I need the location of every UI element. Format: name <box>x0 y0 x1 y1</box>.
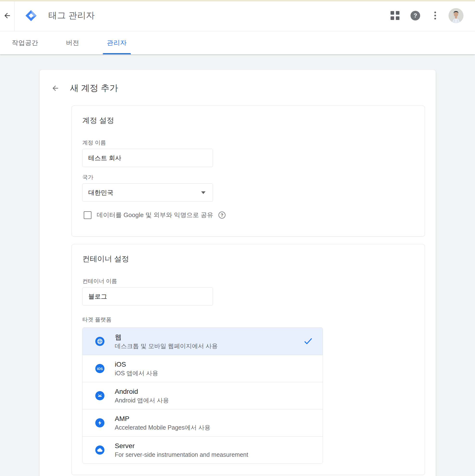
android-icon <box>95 391 104 400</box>
page-content: 새 계정 추가 계정 설정 계정 이름 국가 대한민국 데이터를 Google … <box>0 54 475 476</box>
platform-text: AMP Accelerated Mobile Pages에서 사용 <box>115 415 210 431</box>
add-account-card: 새 계정 추가 계정 설정 계정 이름 국가 대한민국 데이터를 Google … <box>39 70 436 476</box>
target-platform-list: 웹 데스크톱 및 모바일 웹페이지에서 사용 iOS iO <box>82 327 323 464</box>
tab-workspace-label: 작업공간 <box>12 38 38 47</box>
country-select[interactable]: 대한민국 <box>82 184 213 202</box>
share-data-row: 데이터를 Google 및 외부와 익명으로 공유 ? <box>82 211 414 219</box>
platform-text: 웹 데스크톱 및 모바일 웹페이지에서 사용 <box>115 333 218 349</box>
help-icon: ? <box>411 11 420 20</box>
platform-text: iOS iOS 앱에서 사용 <box>115 361 158 376</box>
more-options-button[interactable] <box>430 11 440 20</box>
container-name-label: 컨테이너 이름 <box>82 278 414 284</box>
platform-title: Android <box>115 388 169 395</box>
platform-text: Android Android 앱에서 사용 <box>115 388 169 404</box>
tab-versions-label: 버전 <box>66 38 79 47</box>
platform-title: iOS <box>115 361 158 368</box>
amp-bolt-icon <box>95 418 104 427</box>
tab-admin-label: 관리자 <box>107 38 127 47</box>
help-button[interactable]: ? <box>411 11 420 20</box>
tab-admin[interactable]: 관리자 <box>107 31 127 54</box>
app-title: 태그 관리자 <box>48 10 95 21</box>
header-back-button[interactable] <box>0 0 15 31</box>
platform-row-web[interactable]: 웹 데스크톱 및 모바일 웹페이지에서 사용 <box>83 328 323 355</box>
container-settings-section: 컨테이너 설정 컨테이너 이름 타겟 플랫폼 웹 <box>72 244 425 475</box>
share-data-checkbox[interactable] <box>84 211 91 219</box>
account-name-input[interactable] <box>82 149 213 167</box>
cloud-icon <box>95 445 104 455</box>
share-data-label: 데이터를 Google 및 외부와 익명으로 공유 <box>97 211 213 219</box>
platform-row-ios[interactable]: iOS iOS iOS 앱에서 사용 <box>83 355 323 382</box>
card-back-button[interactable] <box>51 84 59 92</box>
platform-row-android[interactable]: Android Android 앱에서 사용 <box>83 382 323 409</box>
platform-row-server[interactable]: Server For server-side instrumentation a… <box>83 436 323 463</box>
svg-text:iOS: iOS <box>97 367 103 371</box>
platform-text: Server For server-side instrumentation a… <box>115 442 248 458</box>
platform-desc: Accelerated Mobile Pages에서 사용 <box>115 424 210 431</box>
page-title: 새 계정 추가 <box>70 82 118 94</box>
platform-desc: For server-side instrumentation and meas… <box>115 451 248 458</box>
avatar-image <box>449 8 463 23</box>
tab-versions[interactable]: 버전 <box>66 31 79 54</box>
platform-desc: iOS 앱에서 사용 <box>115 370 158 376</box>
active-tab-underline <box>103 53 131 54</box>
top-app-bar: 태그 관리자 ? <box>0 0 475 31</box>
account-settings-section: 계정 설정 계정 이름 국가 대한민국 데이터를 Google 및 외부와 익명… <box>72 105 425 237</box>
container-settings-heading: 컨테이너 설정 <box>82 253 414 264</box>
platform-title: 웹 <box>115 333 218 341</box>
account-name-label: 계정 이름 <box>82 139 414 146</box>
header-actions: ? <box>390 8 463 23</box>
platform-row-amp[interactable]: AMP Accelerated Mobile Pages에서 사용 <box>83 409 323 436</box>
account-settings-heading: 계정 설정 <box>82 115 414 126</box>
platform-title: Server <box>115 442 248 450</box>
platform-desc: 데스크톱 및 모바일 웹페이지에서 사용 <box>115 342 218 349</box>
ios-icon: iOS <box>95 364 104 373</box>
platform-desc: Android 앱에서 사용 <box>115 397 169 404</box>
avatar[interactable] <box>449 8 463 23</box>
tab-workspace[interactable]: 작업공간 <box>12 31 38 54</box>
check-icon <box>303 337 312 346</box>
chevron-down-icon <box>201 191 205 194</box>
card-title-row: 새 계정 추가 <box>51 82 436 94</box>
apps-grid-icon <box>391 11 400 20</box>
platform-title: AMP <box>115 415 210 423</box>
target-platform-label: 타겟 플랫폼 <box>82 316 414 323</box>
country-select-value: 대한민국 <box>88 188 113 197</box>
gtm-logo <box>25 10 37 21</box>
container-name-input[interactable] <box>82 287 213 306</box>
back-arrow-icon <box>3 12 11 20</box>
country-label: 국가 <box>82 174 414 180</box>
share-help-icon[interactable]: ? <box>219 212 225 219</box>
globe-icon <box>95 337 104 346</box>
tab-bar: 작업공간 버전 관리자 <box>0 31 475 54</box>
apps-grid-button[interactable] <box>390 11 400 20</box>
